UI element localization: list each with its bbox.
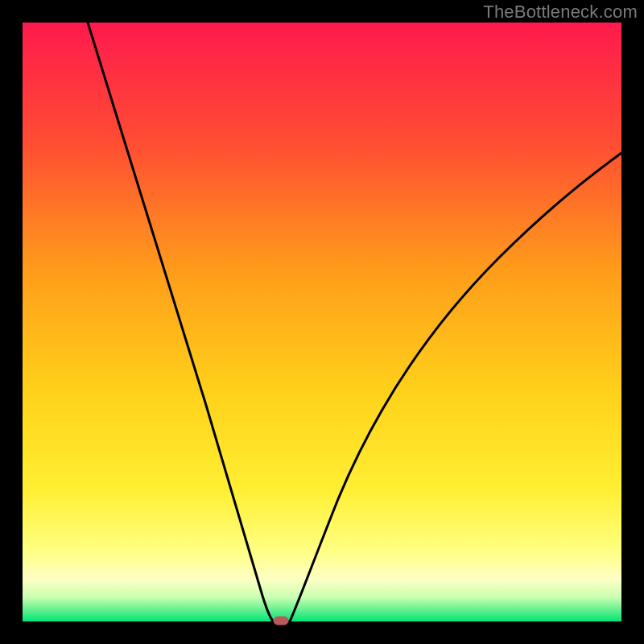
watermark-text: TheBottleneck.com: [483, 2, 638, 23]
chart-frame: TheBottleneck.com: [0, 0, 644, 644]
plot-background: [23, 23, 621, 621]
minimum-marker: [274, 617, 288, 625]
bottleneck-plot: [0, 0, 644, 644]
